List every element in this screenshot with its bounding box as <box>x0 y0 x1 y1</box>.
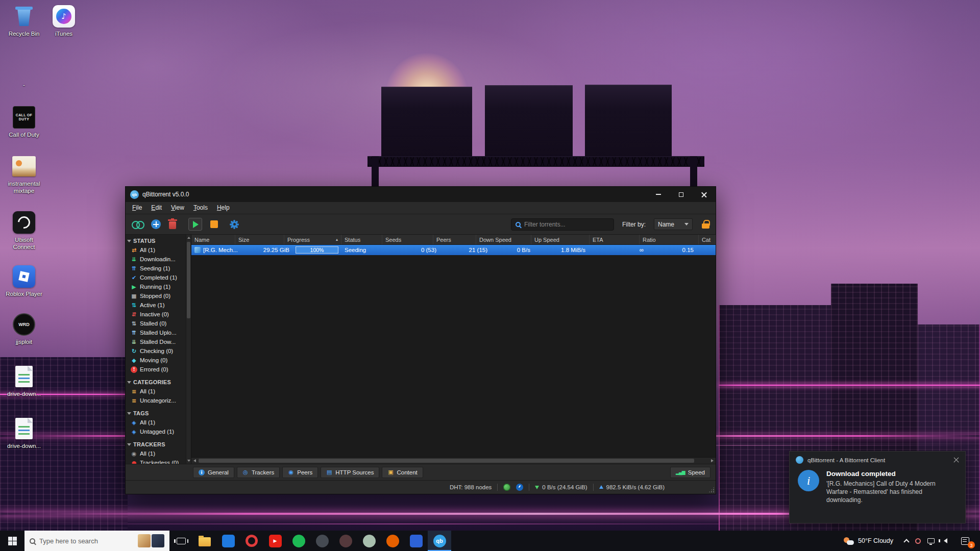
blue-tile-app-icon[interactable] <box>216 531 240 551</box>
status-filter-item[interactable]: ⇊ Downloadin... <box>126 255 186 264</box>
section-header-categories[interactable]: CATEGORIES <box>126 378 186 387</box>
task-view-button[interactable] <box>169 531 193 551</box>
status-filter-item[interactable]: ▶ Running (1) <box>126 282 186 291</box>
filter-torrents-input[interactable] <box>524 221 609 228</box>
table-empty-area[interactable] <box>191 255 716 457</box>
minimize-button[interactable] <box>647 187 670 202</box>
status-filter-item[interactable]: ⇊ Stalled Dow... <box>126 337 186 346</box>
category-filter-item[interactable]: ≡ All (1) <box>126 387 186 396</box>
detail-tab[interactable]: i General <box>193 467 234 478</box>
menu-item[interactable]: View <box>166 202 189 214</box>
status-filter-item[interactable]: ! Errored (0) <box>126 365 186 374</box>
window-titlebar[interactable]: qb qBittorrent v5.0.0 <box>126 187 716 202</box>
column-header[interactable]: Status <box>341 235 382 244</box>
detail-tab[interactable]: ◎ Trackers <box>237 467 280 478</box>
column-header[interactable]: Peers <box>433 235 476 244</box>
tag-filter-item[interactable]: ◈ All (1) <box>126 418 186 427</box>
sidebar-scrollbar[interactable] <box>186 235 191 464</box>
red-ring-app-icon[interactable] <box>240 531 263 551</box>
detail-tab[interactable]: ▣ Content <box>382 467 423 478</box>
column-header[interactable]: Ratio <box>640 235 699 244</box>
section-header-trackers[interactable]: TRACKERS <box>126 440 186 449</box>
status-filter-item[interactable]: ⇈ Stalled Uplo... <box>126 328 186 337</box>
dark-red-circle-app-icon[interactable] <box>334 531 357 551</box>
speed-tab[interactable]: ▂▄▆ Speed <box>670 467 710 478</box>
column-header[interactable]: Up Speed <box>531 235 590 244</box>
network-icon[interactable] <box>927 538 935 543</box>
status-filter-item[interactable]: ■ Stopped (0) <box>126 291 186 300</box>
notification-toast[interactable]: qBittorrent - A Bittorrent Client i Down… <box>789 451 966 523</box>
pale-green-circle-app-icon[interactable] <box>357 531 381 551</box>
add-torrent-file-icon[interactable] <box>151 219 161 229</box>
column-header[interactable]: Cat <box>699 235 716 244</box>
desktop-icon-call-of-duty[interactable]: CALL OF DUTY Call of Duty <box>4 105 44 139</box>
status-filter-item[interactable]: ⇅ Stalled (0) <box>126 319 186 328</box>
section-header-tags[interactable]: TAGS <box>126 409 186 418</box>
status-filter-item[interactable]: ⇈ Seeding (1) <box>126 264 186 273</box>
column-header[interactable]: Progress ▴ <box>284 235 341 244</box>
alt-speed-limits-icon[interactable] <box>516 484 523 491</box>
dark-gray-circle-app-icon[interactable] <box>310 531 334 551</box>
torrent-filter-box[interactable] <box>511 218 614 231</box>
status-filter-item[interactable]: ✔ Completed (1) <box>126 273 186 282</box>
tag-filter-item[interactable]: ◈ Untagged (1) <box>126 427 186 436</box>
firefox-icon[interactable] <box>381 531 404 551</box>
torrent-row-selected[interactable]: [R.G. Mech... 29.25 GiB 100% Seeding 0 (… <box>191 245 716 255</box>
qbittorrent-icon[interactable]: qb <box>428 531 451 551</box>
resume-torrent-icon[interactable] <box>188 218 202 231</box>
desktop-icon-recycle-bin[interactable]: Recycle Bin <box>4 4 44 38</box>
desktop-icon-drive-download-2[interactable]: drive-down... <box>4 416 44 450</box>
scroll-right-icon[interactable] <box>711 459 714 462</box>
status-filter-item[interactable]: ⇄ All (1) <box>126 245 186 255</box>
volume-icon[interactable] <box>941 538 947 543</box>
spotify-icon[interactable] <box>287 531 310 551</box>
column-header[interactable]: ETA <box>590 235 640 244</box>
resize-grip[interactable] <box>708 487 715 493</box>
scrollbar-thumb[interactable] <box>187 242 190 318</box>
toast-close-icon[interactable] <box>953 457 959 463</box>
desktop-icon-drive-download-1[interactable]: drive-down... <box>4 364 44 398</box>
close-button[interactable] <box>693 187 716 202</box>
desktop-icon-instramental-mixtape[interactable]: instramental mixtape <box>4 154 44 195</box>
file-explorer-icon[interactable] <box>193 531 216 551</box>
detail-tab[interactable]: ◉ Peers <box>282 467 318 478</box>
filter-by-dropdown[interactable]: Name <box>654 218 693 230</box>
lock-icon[interactable] <box>702 220 709 229</box>
menu-item[interactable]: Edit <box>146 202 166 214</box>
menu-item[interactable]: Help <box>212 202 234 214</box>
maximize-button[interactable] <box>670 187 693 202</box>
desktop-icon-jjsploit[interactable]: WRD jjsploit <box>4 312 44 346</box>
search-highlight-thumbnails[interactable] <box>138 534 164 547</box>
scroll-left-icon[interactable] <box>193 459 196 462</box>
section-header-status[interactable]: STATUS <box>126 236 186 245</box>
tracker-filter-item[interactable]: ◉ All (1) <box>126 449 186 458</box>
connection-status-icon[interactable] <box>503 484 510 491</box>
youtube-icon[interactable]: ▶ <box>263 531 287 551</box>
add-torrent-link-icon[interactable] <box>132 221 143 228</box>
menu-item[interactable]: Tools <box>189 202 212 214</box>
blue-square-app-icon[interactable] <box>404 531 428 551</box>
status-filter-item[interactable]: ◆ Moving (0) <box>126 356 186 365</box>
tray-app-icon[interactable] <box>915 538 921 544</box>
column-header[interactable]: Name <box>191 235 235 244</box>
action-center-button[interactable]: 3 <box>954 531 976 551</box>
scrollbar-thumb[interactable] <box>199 459 694 463</box>
status-filter-item[interactable]: ⇵ Inactive (0) <box>126 310 186 319</box>
desktop-icon-ubisoft-connect[interactable]: Ubisoft Connect <box>4 210 44 251</box>
desktop-icon-dash[interactable]: - <box>4 72 44 89</box>
hidden-icons-chevron-icon[interactable] <box>903 539 909 544</box>
weather-widget[interactable]: 50°F Cloudy <box>840 531 897 551</box>
stop-torrent-icon[interactable] <box>210 220 218 228</box>
delete-torrent-icon[interactable] <box>169 221 176 229</box>
status-filter-item[interactable]: ⇅ Active (1) <box>126 300 186 310</box>
column-header[interactable]: Down Speed <box>476 235 531 244</box>
desktop-icon-itunes[interactable]: ♪ iTunes <box>44 4 84 38</box>
menu-item[interactable]: File <box>128 202 146 214</box>
column-header[interactable]: Seeds <box>382 235 433 244</box>
status-filter-item[interactable]: ↻ Checking (0) <box>126 346 186 356</box>
detail-tab[interactable]: ▤ HTTP Sources <box>321 467 379 478</box>
column-header[interactable]: Size <box>235 235 284 244</box>
start-button[interactable] <box>0 531 24 551</box>
tracker-filter-item[interactable]: ● Trackerless (0) <box>126 458 186 464</box>
category-filter-item[interactable]: ≡ Uncategoriz... <box>126 396 186 405</box>
